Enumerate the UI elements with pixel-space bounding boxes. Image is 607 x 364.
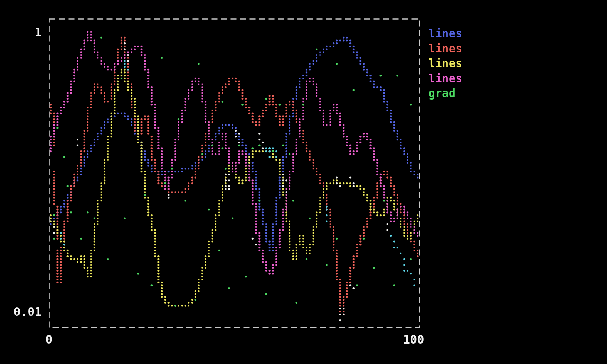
legend-item-lines-blue: lines: [428, 26, 462, 41]
x-axis-tick-label-right: 100: [396, 333, 431, 347]
x-axis-tick-label-left: 0: [40, 333, 58, 347]
legend-item-lines-yellow: lines: [428, 56, 462, 71]
legend-item-grad: grad: [428, 86, 462, 101]
plot-canvas: [0, 0, 607, 364]
y-axis-tick-label-bottom: 0.01: [10, 305, 42, 319]
legend-item-lines-red: lines: [428, 41, 462, 56]
y-axis-tick-label-top: 1: [10, 26, 42, 39]
legend: lines lines lines lines grad: [428, 26, 462, 101]
legend-item-lines-magenta: lines: [428, 71, 462, 86]
terminal-plot-screen: 1 0.01 0 100 lines lines lines lines gra…: [0, 0, 607, 364]
